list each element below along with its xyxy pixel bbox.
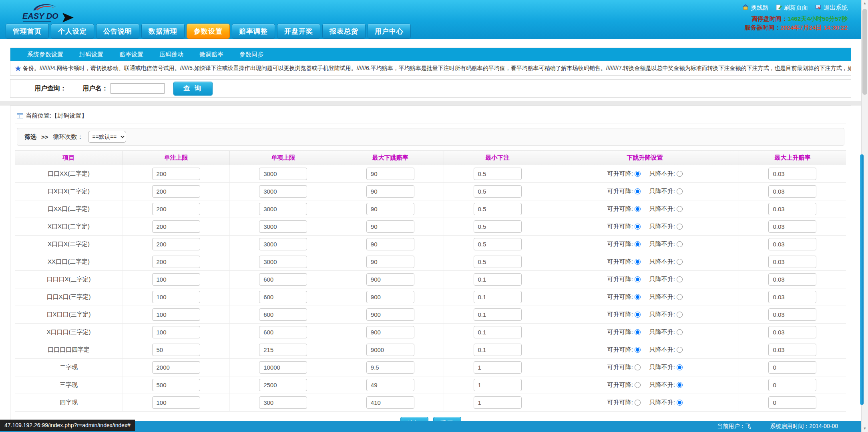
- item-limit-input[interactable]: [259, 203, 307, 215]
- max-rise-input[interactable]: [768, 326, 816, 338]
- max-rise-input[interactable]: [768, 361, 816, 374]
- max-rise-input[interactable]: [768, 379, 816, 391]
- min-bet-input[interactable]: [474, 273, 522, 286]
- max-rise-input[interactable]: [768, 238, 816, 250]
- up-down-radio[interactable]: [635, 347, 641, 353]
- item-limit-input[interactable]: [259, 344, 307, 356]
- scrollbar-thumb[interactable]: [862, 9, 867, 95]
- up-down-radio[interactable]: [635, 312, 641, 318]
- top-link-logout[interactable]: 退出系统: [815, 4, 848, 12]
- up-down-radio[interactable]: [635, 259, 641, 265]
- max-rise-input[interactable]: [768, 203, 816, 215]
- max-rise-input[interactable]: [768, 256, 816, 268]
- max-drop-input[interactable]: [366, 361, 414, 374]
- down-only-radio[interactable]: [677, 259, 683, 265]
- bet-limit-input[interactable]: [152, 361, 200, 374]
- max-drop-input[interactable]: [366, 256, 414, 268]
- max-rise-input[interactable]: [768, 396, 816, 409]
- bet-limit-input[interactable]: [152, 273, 200, 286]
- max-drop-input[interactable]: [366, 379, 414, 391]
- subnav-item-4[interactable]: 微调赔率: [199, 51, 223, 58]
- min-bet-input[interactable]: [474, 379, 522, 391]
- up-down-radio[interactable]: [635, 241, 641, 247]
- down-only-radio[interactable]: [677, 224, 683, 230]
- nav-tab-0[interactable]: 管理首页: [6, 24, 49, 39]
- up-down-radio[interactable]: [635, 382, 641, 388]
- bet-limit-input[interactable]: [152, 203, 200, 215]
- min-bet-input[interactable]: [474, 361, 522, 374]
- up-down-radio[interactable]: [635, 276, 641, 282]
- down-only-radio[interactable]: [677, 329, 683, 335]
- subnav-item-1[interactable]: 封码设置: [79, 51, 103, 58]
- min-bet-input[interactable]: [474, 326, 522, 338]
- up-down-radio[interactable]: [635, 188, 641, 194]
- max-rise-input[interactable]: [768, 344, 816, 356]
- down-only-radio[interactable]: [677, 188, 683, 194]
- max-drop-input[interactable]: [366, 203, 414, 215]
- min-bet-input[interactable]: [474, 185, 522, 198]
- query-button[interactable]: 查 询: [173, 82, 213, 96]
- down-only-radio[interactable]: [677, 294, 683, 300]
- nav-tab-1[interactable]: 个人设定: [51, 24, 94, 39]
- bet-limit-input[interactable]: [152, 308, 200, 321]
- max-rise-input[interactable]: [768, 308, 816, 321]
- bet-limit-input[interactable]: [152, 396, 200, 409]
- min-bet-input[interactable]: [474, 256, 522, 268]
- max-drop-input[interactable]: [366, 396, 414, 409]
- bet-limit-input[interactable]: [152, 185, 200, 198]
- item-limit-input[interactable]: [259, 326, 307, 338]
- min-bet-input[interactable]: [474, 396, 522, 409]
- max-rise-input[interactable]: [768, 291, 816, 303]
- max-drop-input[interactable]: [366, 273, 414, 286]
- max-drop-input[interactable]: [366, 291, 414, 303]
- down-only-radio[interactable]: [677, 382, 683, 388]
- bet-limit-input[interactable]: [152, 326, 200, 338]
- item-limit-input[interactable]: [259, 361, 307, 374]
- max-drop-input[interactable]: [366, 238, 414, 250]
- max-rise-input[interactable]: [768, 185, 816, 198]
- bet-limit-input[interactable]: [152, 220, 200, 233]
- bet-limit-input[interactable]: [152, 256, 200, 268]
- max-drop-input[interactable]: [366, 308, 414, 321]
- down-only-radio[interactable]: [677, 364, 683, 370]
- down-only-radio[interactable]: [677, 171, 683, 177]
- item-limit-input[interactable]: [259, 256, 307, 268]
- max-drop-input[interactable]: [366, 326, 414, 338]
- item-limit-input[interactable]: [259, 238, 307, 250]
- down-only-radio[interactable]: [677, 312, 683, 318]
- cycle-count-select[interactable]: ==默认==: [88, 131, 126, 143]
- up-down-radio[interactable]: [635, 400, 641, 406]
- subnav-item-5[interactable]: 参数同步: [239, 51, 263, 58]
- nav-tab-4[interactable]: 参数设置: [187, 24, 230, 39]
- down-only-radio[interactable]: [677, 347, 683, 353]
- min-bet-input[interactable]: [474, 291, 522, 303]
- min-bet-input[interactable]: [474, 168, 522, 180]
- nav-tab-3[interactable]: 数据清理: [141, 24, 185, 39]
- bet-limit-input[interactable]: [152, 344, 200, 356]
- item-limit-input[interactable]: [259, 379, 307, 391]
- nav-tab-8[interactable]: 用户中心: [368, 24, 411, 39]
- max-drop-input[interactable]: [366, 185, 414, 198]
- username-input[interactable]: [111, 83, 165, 94]
- scroll-down-icon[interactable]: ▼: [862, 425, 868, 432]
- min-bet-input[interactable]: [474, 344, 522, 356]
- bet-limit-input[interactable]: [152, 291, 200, 303]
- bet-limit-input[interactable]: [152, 238, 200, 250]
- up-down-radio[interactable]: [635, 171, 641, 177]
- max-drop-input[interactable]: [366, 168, 414, 180]
- max-drop-input[interactable]: [366, 344, 414, 356]
- nav-tab-6[interactable]: 开盘开奖: [277, 24, 320, 39]
- min-bet-input[interactable]: [474, 220, 522, 233]
- item-limit-input[interactable]: [259, 273, 307, 286]
- min-bet-input[interactable]: [474, 308, 522, 321]
- top-link-refresh[interactable]: 刷新页面: [776, 4, 808, 12]
- min-bet-input[interactable]: [474, 238, 522, 250]
- scroll-up-icon[interactable]: ▲: [862, 0, 868, 7]
- up-down-radio[interactable]: [635, 364, 641, 370]
- item-limit-input[interactable]: [259, 291, 307, 303]
- min-bet-input[interactable]: [474, 203, 522, 215]
- down-only-radio[interactable]: [677, 241, 683, 247]
- item-limit-input[interactable]: [259, 308, 307, 321]
- item-limit-input[interactable]: [259, 185, 307, 198]
- down-only-radio[interactable]: [677, 276, 683, 282]
